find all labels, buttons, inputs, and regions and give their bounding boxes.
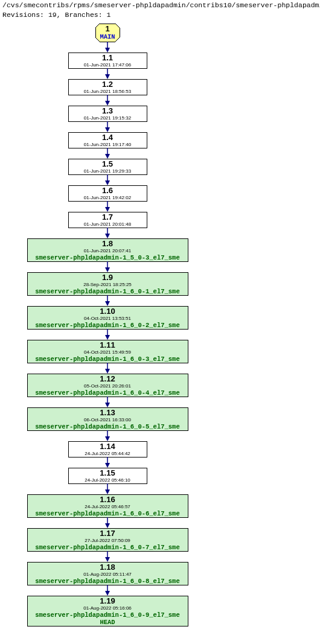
revision-version: 1.7 — [102, 212, 113, 222]
root-label: MAIN — [100, 33, 115, 40]
revision-version: 1.17 — [100, 529, 115, 538]
revision-date: 24-Jul-2022 05:44:42 — [85, 451, 130, 456]
revision-date: 01-Jun-2021 17:47:06 — [84, 62, 132, 68]
revision-date: 01-Jun-2021 19:42:02 — [84, 195, 132, 200]
file-path: /cvs/smecontribs/rpms/smeserver-phpldapa… — [0, 0, 320, 10]
svg-marker-29 — [105, 463, 110, 468]
svg-marker-19 — [105, 301, 110, 306]
revision-date: 01-Aug-2022 05:11:47 — [83, 572, 132, 577]
revision-date: 01-Jun-2021 19:15:32 — [84, 115, 132, 121]
revision-date: 01-Jun-2021 18:56:53 — [84, 89, 132, 94]
revision-date: 24-Jul-2022 05:46:57 — [85, 504, 130, 509]
revision-head: HEAD — [100, 619, 115, 626]
revision-date: 06-Oct-2021 16:33:00 — [84, 417, 131, 422]
svg-marker-17 — [105, 267, 110, 272]
revision-date: 24-Jul-2022 05:46:10 — [85, 477, 130, 483]
svg-marker-35 — [105, 557, 110, 562]
revision-date: 04-Oct-2021 15:49:59 — [84, 349, 131, 355]
revision-date: 04-Oct-2021 13:53:51 — [84, 316, 131, 321]
revision-version: 1.11 — [100, 340, 115, 349]
revision-version: 1.4 — [102, 133, 114, 142]
revision-date: 01-Jun-2021 20:01:48 — [84, 222, 132, 227]
svg-marker-23 — [105, 369, 110, 374]
revision-tag: smeserver-phpldapadmin-1_6_0-3_el7_sme — [35, 355, 179, 363]
svg-marker-37 — [105, 591, 110, 596]
revision-version: 1.3 — [102, 106, 113, 115]
revision-date: 05-Oct-2021 20:26:01 — [84, 383, 131, 389]
svg-marker-15 — [105, 234, 110, 238]
revision-version: 1.13 — [100, 408, 115, 417]
revision-version: 1.10 — [100, 307, 115, 316]
revision-count: Revisions: 19, Branches: 1 — [0, 10, 320, 19]
revision-date: 01-Aug-2022 05:16:06 — [83, 605, 132, 611]
revision-date: 01-Jun-2021 20:07:41 — [84, 248, 132, 253]
root-num: 1 — [105, 24, 109, 33]
svg-marker-11 — [105, 180, 110, 185]
svg-marker-31 — [105, 489, 110, 494]
revision-date: 01-Jun-2021 19:17:40 — [84, 142, 132, 147]
revision-tag: smeserver-phpldapadmin-1_5_0-3_el7_sme — [35, 254, 179, 261]
revision-version: 1.1 — [102, 53, 113, 62]
revision-date: 01-Jun-2021 19:29:33 — [84, 168, 132, 174]
revision-tag: smeserver-phpldapadmin-1_6_0-9_el7_sme — [35, 611, 179, 619]
revision-version: 1.5 — [102, 159, 113, 168]
revision-version: 1.6 — [102, 186, 113, 195]
revision-version: 1.16 — [100, 495, 115, 504]
revision-tag: smeserver-phpldapadmin-1_6_0-6_el7_sme — [35, 510, 179, 517]
revision-version: 1.19 — [100, 596, 115, 605]
revision-tag: smeserver-phpldapadmin-1_6_0-7_el7_sme — [35, 544, 179, 551]
svg-marker-7 — [105, 127, 110, 132]
svg-marker-13 — [105, 207, 110, 212]
svg-marker-21 — [105, 335, 110, 340]
svg-marker-9 — [105, 154, 110, 159]
revision-version: 1.9 — [102, 273, 113, 282]
svg-marker-5 — [105, 101, 110, 106]
svg-marker-3 — [105, 74, 110, 79]
revision-version: 1.15 — [100, 468, 115, 477]
revision-version: 1.8 — [102, 239, 113, 248]
revision-version: 1.12 — [100, 374, 115, 383]
revision-version: 1.2 — [102, 80, 113, 89]
revision-tag: smeserver-phpldapadmin-1_6_0-4_el7_sme — [35, 389, 179, 397]
svg-marker-27 — [105, 436, 110, 441]
revision-tag: smeserver-phpldapadmin-1_6_0-1_el7_sme — [35, 288, 179, 295]
revision-tag: smeserver-phpldapadmin-1_6_0-8_el7_sme — [35, 578, 179, 585]
revision-version: 1.14 — [100, 442, 115, 451]
revision-version: 1.18 — [100, 563, 115, 572]
svg-marker-33 — [105, 523, 110, 528]
revision-tag: smeserver-phpldapadmin-1_6_0-5_el7_sme — [35, 423, 179, 430]
revision-tag: smeserver-phpldapadmin-1_6_0-2_el7_sme — [35, 322, 179, 329]
revision-graph: 1MAIN1.101-Jun-2021 17:47:061.201-Jun-20… — [0, 20, 320, 631]
svg-marker-25 — [105, 403, 110, 407]
revision-date: 27-Jul-2022 07:50:09 — [85, 538, 130, 543]
revision-date: 28-Sep-2021 18:25:25 — [83, 282, 132, 287]
svg-marker-1 — [105, 48, 110, 53]
